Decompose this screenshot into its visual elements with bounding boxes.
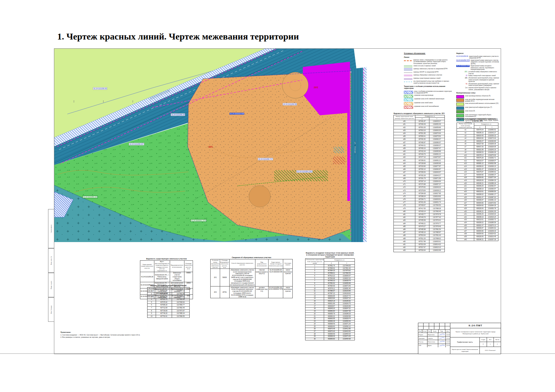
coords-table-zu2: Ведомость координат образуемого земельно… [457, 118, 498, 241]
line-sample [404, 78, 412, 80]
table-row: н9408366.531318260.09 [457, 151, 498, 154]
table-row: н36408366.871318254.62 [457, 227, 498, 230]
table-cell: 1318389.34 [486, 182, 498, 185]
table-cell: н9 [457, 151, 474, 154]
table-cell: 1318210.45 [486, 236, 498, 238]
table-row: н4408424.601318173.42 [457, 137, 498, 140]
table-row: н64407338.681318095.86 [394, 162, 445, 165]
legend-item-label: зона лесов (Л) [465, 110, 499, 112]
legend-territory-item: охранная зона водопровода [404, 94, 454, 98]
table-cell: Кемеровская обл., г. Новокузнецк, Заводс… [154, 272, 170, 282]
col-point: Номер характерной точки границы земельно… [394, 115, 415, 120]
table-cell: 408258.19 [474, 188, 486, 190]
legend-label-item: :ЗУ1 условный номер образуемого земельно… [456, 71, 499, 74]
table-cell: н25 [457, 196, 474, 199]
legend-line-item: границы образуемых земельных участков [404, 74, 454, 77]
table-cell: 1317976.41 [429, 219, 444, 222]
table-row: н29408326.061318353.78 [457, 207, 498, 210]
table-cell: 408378.14 [474, 154, 486, 157]
table-cell: н13 [457, 162, 474, 165]
table-cell: 1318371.34 [338, 323, 355, 325]
table-cell: 1318270.13 [486, 224, 498, 227]
sheets-value: 2 [494, 342, 501, 347]
table-row: н51407484.491318052.46 [394, 123, 445, 126]
title-block: Изм. Кол.уч. Лист № док. Подп. Дата Разр… [418, 323, 501, 354]
table-cell: 408356.25 [474, 213, 486, 216]
legend-zone-item: зона транспортной инфраструктуры (Т) [456, 106, 499, 110]
legend-territory-item: охранная зона линий связи [404, 102, 454, 105]
col-y: Y [338, 262, 355, 265]
table-row: н28408354.661318364.35 [457, 204, 498, 207]
person-name: Новосёлова [427, 340, 438, 343]
table-cell: 408354.66 [474, 204, 486, 207]
table-cell: 29791 [220, 286, 229, 298]
table-cell: 1318097.47 [429, 147, 444, 150]
margin-box: Согласовано [48, 209, 54, 248]
line-sample [404, 81, 412, 83]
table-cell: н30 [457, 210, 474, 213]
table-row: н78407408.671317994.50 [394, 204, 445, 207]
table-cell: 408346.31 [474, 238, 486, 241]
table-cell: 408024.18 [324, 300, 339, 302]
col-method: Способ образования земельного участка [229, 259, 255, 269]
table-cell: 407997.22 [324, 292, 339, 295]
zone-swatch [456, 114, 464, 117]
table-cell: 1318329.00 [486, 213, 498, 216]
legend-territory-item: охранная зона сетей ливневой канализации [404, 98, 454, 101]
hdr-podp: Подп. [439, 330, 445, 333]
legend-title: Условные обозначения: [404, 52, 454, 55]
table-cell: 408361.47 [474, 224, 486, 227]
table-cell: 1317983.45 [429, 210, 444, 213]
table-cell: н51 [394, 123, 415, 126]
col-y: Y [172, 287, 189, 290]
table-row: 13408006.851318147.73 [305, 295, 355, 298]
table-cell: 9 [305, 285, 324, 287]
legend-item-label: зона производственных объектов (П) [465, 95, 499, 97]
table-cell: 408050.84 [324, 310, 339, 313]
col-cadnum: Кадастровый номер земельного участка [140, 260, 154, 272]
table-row: н27408354.801318373.50 [457, 202, 498, 204]
zone-swatch [456, 103, 464, 106]
table-cell: 1318369.37 [486, 173, 498, 176]
table-cell: 407501.95 [415, 132, 429, 135]
table-row: 26408070.481318412.85 [305, 328, 355, 330]
table-row: 3407645.191317914.83 [147, 295, 190, 298]
table-cell: 407394.71 [415, 198, 429, 201]
table-row: н3408424.451318156.32 [457, 134, 498, 137]
table-cell: 56909 [220, 269, 229, 286]
text-sample: 6а [456, 83, 467, 85]
table-cell: 407763.41 [156, 315, 172, 318]
table-cell: 408310.61 [474, 219, 486, 221]
table-cell: 407628.74 [156, 293, 172, 296]
table-title: Сведения об образуемых земельных участка… [210, 257, 293, 259]
table-cell: 407503.16 [415, 129, 429, 132]
table-cell: 1318206.75 [338, 302, 355, 305]
table-cell: н74 [394, 192, 415, 195]
table-row: н8408301.891318243.16 [457, 148, 498, 151]
page-title: 1. Чертеж красных линий. Чертеж межевани… [57, 31, 299, 42]
signature-icon [439, 333, 445, 336]
col-point: № точки [147, 287, 156, 290]
table-cell: н86 [394, 228, 415, 231]
table-cell: 407523.39 [415, 243, 429, 246]
col-category: Категория земель [283, 259, 293, 269]
legend-territory-items: зоны с особыми условиями использования т… [404, 90, 454, 109]
table-cell: 1317998.02 [429, 237, 444, 240]
table-row: н90407517.891318005.61 [394, 240, 445, 243]
table-cell: образование земельного участка путем объ… [229, 286, 255, 298]
legend-item-label: кадастровый номер земельного участка, св… [471, 59, 499, 65]
table-cell: 407746.20 [156, 312, 172, 315]
legend-label-item: 20 номер поворотной точки красных линий [456, 75, 499, 76]
person-date: 12.24 [446, 333, 450, 336]
table-cell: 1318090.62 [486, 129, 498, 132]
sheets-label: Листов [494, 337, 501, 342]
table-cell: 8 [147, 309, 156, 312]
table-cell: н5 [457, 140, 474, 143]
note-line: 1. Система координат — МСК-42. Система в… [61, 334, 140, 336]
legend-line-item: линии отступа от красных линий [404, 65, 454, 68]
table-cell: 1318412.85 [338, 328, 355, 330]
person-signature [438, 336, 446, 340]
table-row: н66407352.101318060.87 [394, 168, 445, 171]
table-row: 5407913.221318006.07 [305, 275, 355, 277]
table-cell: 24 [305, 323, 324, 325]
